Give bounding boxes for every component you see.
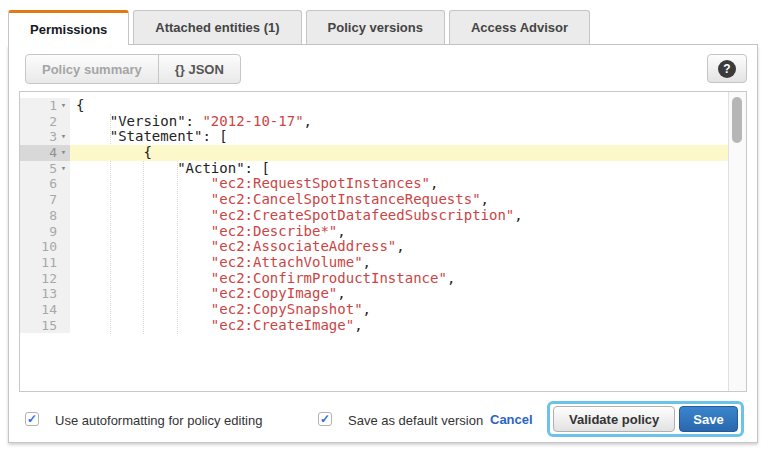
save-button[interactable]: Save (679, 406, 737, 432)
line-number: 3▾ (20, 129, 70, 145)
code-text: "ec2:AttachVolume", (70, 255, 746, 271)
code-text: "ec2:CopyImage", (70, 286, 746, 302)
validate-policy-button[interactable]: Validate policy (553, 406, 675, 432)
code-line-2[interactable]: 2 "Version": "2012-10-17", (20, 114, 746, 130)
tab-permissions[interactable]: Permissions (8, 10, 129, 45)
line-number: 6 (20, 176, 70, 192)
code-text: { (70, 145, 746, 161)
fold-arrow-icon[interactable]: ▾ (57, 129, 70, 145)
code-text: "ec2:AssociateAddress", (70, 239, 746, 255)
code-line-9[interactable]: 9 "ec2:Describe*", (20, 224, 746, 240)
line-number: 2 (20, 114, 70, 130)
code-text: { (70, 98, 746, 114)
tab-bar: PermissionsAttached entities (1)Policy v… (8, 10, 758, 45)
code-text: "ec2:CopySnapshot", (70, 302, 746, 318)
json-code-editor[interactable]: 1▾{2 "Version": "2012-10-17",3▾ "Stateme… (19, 91, 747, 392)
code-line-3[interactable]: 3▾ "Statement": [ (20, 129, 746, 145)
code-text: "ec2:RequestSpotInstances", (70, 176, 746, 192)
permissions-tab-content: Policy summary {} JSON ? 1▾{2 "Version":… (8, 45, 758, 443)
fold-arrow-icon[interactable]: ▾ (57, 145, 70, 161)
code-area[interactable]: 1▾{2 "Version": "2012-10-17",3▾ "Stateme… (20, 92, 746, 333)
save-default-version-checkbox[interactable]: ✓ (318, 412, 332, 426)
line-number: 8 (20, 208, 70, 224)
save-default-version-label: Save as default version (348, 413, 483, 428)
code-text: "Statement": [ (70, 129, 746, 145)
code-text: "ec2:Describe*", (70, 224, 746, 240)
fold-arrow-icon[interactable]: ▾ (57, 98, 70, 114)
tab-attached-entities[interactable]: Attached entities (1) (133, 10, 301, 44)
code-line-4[interactable]: 4▾ { (20, 145, 746, 161)
editor-scrollbar[interactable] (728, 92, 746, 391)
view-toggle: Policy summary {} JSON (25, 54, 241, 84)
line-number: 9 (20, 224, 70, 240)
code-line-15[interactable]: 15 "ec2:CreateImage", (20, 318, 746, 334)
code-text: "Action": [ (70, 161, 746, 177)
line-number: 10 (20, 239, 70, 255)
cancel-link[interactable]: Cancel (490, 412, 533, 427)
code-line-7[interactable]: 7 "ec2:CancelSpotInstanceRequests", (20, 192, 746, 208)
line-number: 11 (20, 255, 70, 271)
code-line-6[interactable]: 6 "ec2:RequestSpotInstances", (20, 176, 746, 192)
line-number: 7 (20, 192, 70, 208)
policy-summary-button[interactable]: Policy summary (26, 55, 158, 83)
line-number: 14 (20, 302, 70, 318)
code-text: "ec2:ConfirmProductInstance", (70, 271, 746, 287)
tab-access-advisor[interactable]: Access Advisor (449, 10, 590, 44)
code-line-13[interactable]: 13 "ec2:CopyImage", (20, 286, 746, 302)
autoformat-label: Use autoformatting for policy editing (55, 413, 262, 428)
code-line-10[interactable]: 10 "ec2:AssociateAddress", (20, 239, 746, 255)
editor-scrollbar-thumb[interactable] (732, 97, 742, 143)
help-button[interactable]: ? (707, 54, 747, 83)
line-number: 12 (20, 271, 70, 287)
code-text: "ec2:CreateImage", (70, 318, 746, 334)
code-text: "ec2:CreateSpotDatafeedSubscription", (70, 208, 746, 224)
json-view-button[interactable]: {} JSON (158, 55, 240, 83)
code-line-5[interactable]: 5▾ "Action": [ (20, 161, 746, 177)
tab-policy-versions[interactable]: Policy versions (306, 10, 445, 44)
line-number: 5▾ (20, 161, 70, 177)
code-line-14[interactable]: 14 "ec2:CopySnapshot", (20, 302, 746, 318)
code-line-12[interactable]: 12 "ec2:ConfirmProductInstance", (20, 271, 746, 287)
policy-editor-panel: PermissionsAttached entities (1)Policy v… (8, 10, 758, 443)
code-line-11[interactable]: 11 "ec2:AttachVolume", (20, 255, 746, 271)
code-line-1[interactable]: 1▾{ (20, 98, 746, 114)
help-icon: ? (718, 60, 736, 78)
line-number: 4▾ (20, 145, 70, 161)
action-buttons-focus-ring: Validate policy Save (547, 401, 744, 437)
autoformat-checkbox[interactable]: ✓ (25, 412, 39, 426)
line-number: 13 (20, 286, 70, 302)
code-text: "ec2:CancelSpotInstanceRequests", (70, 192, 746, 208)
code-line-8[interactable]: 8 "ec2:CreateSpotDatafeedSubscription", (20, 208, 746, 224)
code-text: "Version": "2012-10-17", (70, 114, 746, 130)
line-number: 15 (20, 318, 70, 334)
line-number: 1▾ (20, 98, 70, 114)
fold-arrow-icon[interactable]: ▾ (57, 161, 70, 177)
